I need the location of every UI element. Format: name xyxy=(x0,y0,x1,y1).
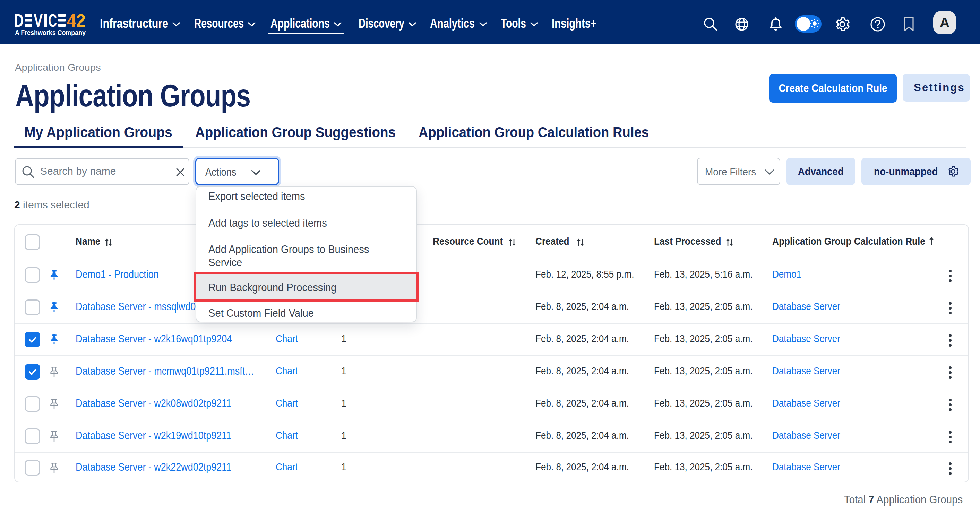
svg-text:D: D xyxy=(14,11,24,30)
svg-text:C: C xyxy=(48,11,57,30)
svg-text:42: 42 xyxy=(67,11,86,30)
svg-text:A Freshworks Company: A Freshworks Company xyxy=(15,29,86,37)
svg-text:V: V xyxy=(33,11,43,30)
